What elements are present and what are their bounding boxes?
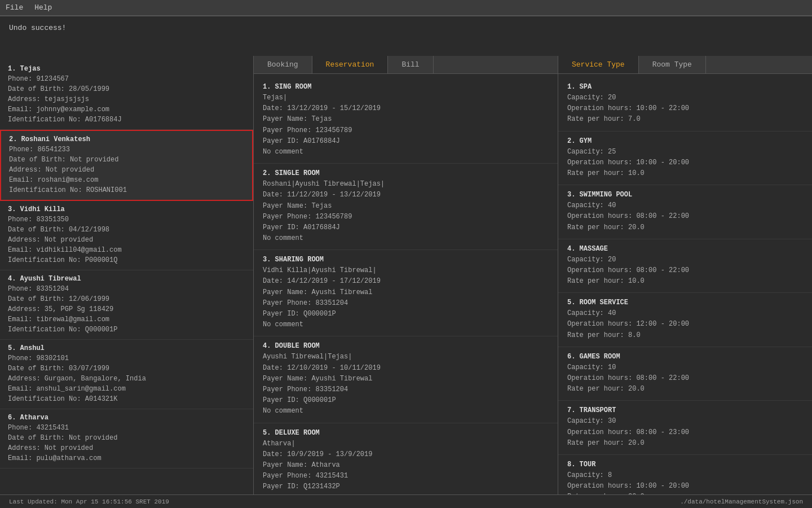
menu-help[interactable]: Help (34, 3, 52, 12)
right-panel: Service Type Room Type 1. SPA Capacity: … (558, 56, 812, 494)
reservation-item[interactable]: 1. SING ROOM Tejas| Date: 13/12/2019 - 1… (254, 77, 558, 164)
service-title: 7. TRANSPORT (567, 406, 803, 414)
res-title: 4. DOUBLE ROOM (263, 342, 549, 350)
res-title: 1. SING ROOM (263, 83, 549, 91)
res-title: 3. SHARING ROOM (263, 256, 549, 264)
reservation-list: 1. SING ROOM Tejas| Date: 13/12/2019 - 1… (254, 74, 558, 494)
service-title: 5. ROOM SERVICE (567, 299, 803, 306)
guest-detail: Phone: 83351350 Date of Birth: 04/12/199… (8, 214, 245, 265)
service-detail: Capacity: 20 Operation hours: 10:00 - 22… (567, 93, 803, 125)
tab-service-type[interactable]: Service Type (558, 56, 639, 73)
service-item[interactable]: 7. TRANSPORT Capacity: 30 Operation hour… (558, 401, 812, 455)
reservation-item[interactable]: 2. SINGLE ROOM Roshani|Ayushi Tibrewal|T… (254, 164, 558, 250)
guest-list-panel: 1. Tejas Phone: 91234567 Date of Birth: … (0, 56, 254, 494)
tab-room-type[interactable]: Room Type (639, 56, 706, 73)
service-list: 1. SPA Capacity: 20 Operation hours: 10:… (558, 74, 812, 494)
service-title: 1. SPA (567, 83, 803, 91)
res-detail: Vidhi Killa|Ayushi Tibrewal| Date: 14/12… (263, 265, 549, 330)
service-item[interactable]: 3. SWIMMING POOL Capacity: 40 Operation … (558, 185, 812, 239)
service-detail: Capacity: 25 Operation hours: 10:00 - 20… (567, 147, 803, 179)
guest-item[interactable]: 2. Roshani Venkatesh Phone: 86541233 Dat… (0, 130, 253, 201)
guest-item[interactable]: 4. Ayushi Tibrewal Phone: 83351204 Date … (0, 270, 253, 340)
service-item[interactable]: 2. GYM Capacity: 25 Operation hours: 10:… (558, 132, 812, 186)
file-path: ./data/hotelManagementSystem.json (680, 498, 803, 505)
res-title: 5. DELUXE ROOM (263, 429, 549, 437)
service-item[interactable]: 4. MASSAGE Capacity: 20 Operation hours:… (558, 239, 812, 294)
reservation-item[interactable]: 3. SHARING ROOM Vidhi Killa|Ayushi Tibre… (254, 250, 558, 336)
service-detail: Capacity: 8 Operation hours: 10:00 - 20:… (567, 470, 803, 494)
reservation-item[interactable]: 5. DELUXE ROOM Atharva| Date: 10/9/2019 … (254, 423, 558, 495)
service-detail: Capacity: 40 Operation hours: 12:00 - 20… (567, 308, 803, 341)
main-content: 1. Tejas Phone: 91234567 Date of Birth: … (0, 56, 812, 494)
guest-detail: Phone: 91234567 Date of Birth: 28/05/199… (8, 74, 245, 125)
guest-detail: Phone: 86541233 Date of Birth: Not provi… (9, 144, 244, 195)
guest-item[interactable]: 3. Vidhi Killa Phone: 83351350 Date of B… (0, 201, 253, 270)
last-updated: Last Updated: Mon Apr 15 16:51:56 SRET 2… (9, 498, 169, 505)
status-message-area: Undo success! (0, 16, 812, 39)
guest-name: 2. Roshani Venkatesh (9, 135, 244, 143)
service-detail: Capacity: 20 Operation hours: 08:00 - 22… (567, 255, 803, 287)
guest-item[interactable]: 1. Tejas Phone: 91234567 Date of Birth: … (0, 60, 253, 130)
service-title: 2. GYM (567, 137, 803, 145)
service-title: 4. MASSAGE (567, 245, 803, 253)
tab-reservation[interactable]: Reservation (312, 56, 389, 73)
res-title: 2. SINGLE ROOM (263, 169, 549, 177)
guest-name: 1. Tejas (8, 65, 245, 73)
guest-name: 5. Anshul (8, 344, 245, 352)
service-detail: Capacity: 10 Operation hours: 08:00 - 22… (567, 362, 803, 395)
middle-panel: Booking Reservation Bill 1. SING ROOM Te… (254, 56, 558, 494)
res-detail: Ayushi Tibrewal|Tejas| Date: 12/10/2019 … (263, 352, 549, 417)
res-detail: Atharva| Date: 10/9/2019 - 13/9/2019 Pay… (263, 439, 549, 493)
spacer (0, 39, 812, 56)
guest-detail: Phone: 43215431 Date of Birth: Not provi… (8, 423, 245, 463)
tab-booking[interactable]: Booking (254, 56, 312, 73)
service-item[interactable]: 8. TOUR Capacity: 8 Operation hours: 10:… (558, 455, 812, 494)
service-title: 8. TOUR (567, 461, 803, 468)
service-detail: Capacity: 40 Operation hours: 08:00 - 22… (567, 200, 803, 233)
guest-name: 4. Ayushi Tibrewal (8, 275, 245, 283)
service-title: 3. SWIMMING POOL (567, 191, 803, 199)
guest-name: 3. Vidhi Killa (8, 205, 245, 213)
guest-detail: Phone: 83351204 Date of Birth: 12/06/199… (8, 284, 245, 335)
guest-detail: Phone: 98302101 Date of Birth: 03/07/199… (8, 353, 245, 404)
status-message: Undo success! (9, 24, 66, 32)
service-detail: Capacity: 30 Operation hours: 08:00 - 23… (567, 416, 803, 449)
res-detail: Tejas| Date: 13/12/2019 - 15/12/2019 Pay… (263, 93, 549, 157)
guest-item[interactable]: 6. Atharva Phone: 43215431 Date of Birth… (0, 409, 253, 468)
menu-bar: File Help (0, 0, 812, 16)
reservation-item[interactable]: 4. DOUBLE ROOM Ayushi Tibrewal|Tejas| Da… (254, 336, 558, 423)
guest-item[interactable]: 5. Anshul Phone: 98302101 Date of Birth:… (0, 340, 253, 409)
menu-file[interactable]: File (6, 3, 23, 12)
guest-name: 6. Atharva (8, 414, 245, 422)
right-tab-bar: Service Type Room Type (558, 56, 812, 74)
tab-bill[interactable]: Bill (388, 56, 433, 73)
res-detail: Roshani|Ayushi Tibrewal|Tejas| Date: 11/… (263, 179, 549, 244)
middle-tab-bar: Booking Reservation Bill (254, 56, 558, 74)
service-item[interactable]: 1. SPA Capacity: 20 Operation hours: 10:… (558, 77, 812, 132)
service-title: 6. GAMES ROOM (567, 353, 803, 361)
service-item[interactable]: 5. ROOM SERVICE Capacity: 40 Operation h… (558, 293, 812, 347)
status-bar-bottom: Last Updated: Mon Apr 15 16:51:56 SRET 2… (0, 494, 812, 508)
service-item[interactable]: 6. GAMES ROOM Capacity: 10 Operation hou… (558, 347, 812, 401)
